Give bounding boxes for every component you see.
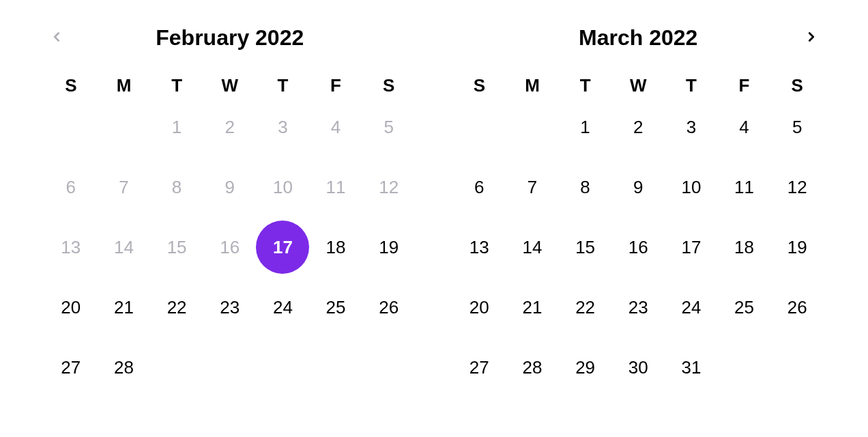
weekday-label: W [611, 75, 665, 96]
day-cell[interactable]: 9 [611, 170, 665, 204]
day-cell: 2 [203, 110, 257, 144]
day-cell: 1 [150, 110, 203, 144]
weekday-label: S [362, 75, 416, 96]
day-number: 23 [220, 297, 240, 318]
day-cell[interactable]: 21 [98, 290, 151, 324]
weekday-label: T [257, 75, 310, 96]
day-number: 18 [734, 237, 754, 258]
day-cell: 3 [257, 110, 310, 144]
day-cell[interactable]: 27 [44, 350, 98, 384]
day-cell[interactable]: 20 [453, 290, 506, 324]
day-number: 6 [66, 177, 76, 198]
day-cell[interactable]: 29 [559, 350, 612, 384]
day-number: 21 [523, 297, 542, 318]
day-cell[interactable]: 27 [453, 350, 506, 384]
day-cell[interactable]: 12 [770, 170, 824, 204]
day-cell[interactable]: 5 [770, 110, 824, 144]
day-cell[interactable]: 2 [611, 110, 665, 144]
day-cell[interactable]: 15 [559, 230, 612, 264]
day-number: 5 [384, 117, 393, 138]
days-grid: 1234567891011121314151617181920212223242… [453, 110, 824, 384]
weekday-label: T [665, 75, 718, 96]
day-number: 22 [575, 297, 595, 318]
day-number: 9 [225, 177, 235, 198]
day-cell[interactable]: 22 [150, 290, 203, 324]
day-cell[interactable]: 7 [506, 170, 559, 204]
day-cell[interactable]: 31 [665, 350, 718, 384]
day-number: 24 [273, 297, 293, 318]
day-cell[interactable]: 20 [44, 290, 98, 324]
prev-month-button[interactable] [43, 24, 70, 51]
day-number: 26 [787, 297, 807, 318]
day-cell[interactable]: 8 [559, 170, 612, 204]
day-cell[interactable]: 24 [665, 290, 718, 324]
day-cell[interactable]: 4 [718, 110, 771, 144]
weekday-label: M [98, 75, 151, 96]
day-number: 14 [523, 237, 542, 258]
day-number: 15 [575, 237, 595, 258]
day-number: 18 [326, 237, 346, 258]
day-cell[interactable]: 17 [257, 230, 310, 264]
day-cell[interactable]: 28 [506, 350, 559, 384]
day-cell[interactable]: 11 [718, 170, 771, 204]
month-header: March 2022 [453, 20, 824, 55]
day-cell[interactable]: 26 [362, 290, 416, 324]
day-cell: 5 [362, 110, 416, 144]
day-cell[interactable]: 16 [611, 230, 665, 264]
day-cell[interactable]: 19 [770, 230, 824, 264]
day-number: 9 [633, 177, 643, 198]
weekday-label: W [203, 75, 257, 96]
day-cell: 4 [309, 110, 362, 144]
weekday-row: S M T W T F S [44, 75, 416, 96]
day-number: 20 [61, 297, 81, 318]
day-cell[interactable]: 3 [665, 110, 718, 144]
day-number: 2 [633, 117, 643, 138]
day-number: 4 [739, 117, 749, 138]
day-number: 8 [172, 177, 182, 198]
weekday-label: M [506, 75, 559, 96]
day-cell: 9 [203, 170, 257, 204]
day-number: 28 [523, 357, 542, 378]
weekday-label: S [44, 75, 98, 96]
day-cell[interactable]: 1 [559, 110, 612, 144]
month-title: February 2022 [156, 25, 304, 51]
day-cell[interactable]: 18 [718, 230, 771, 264]
day-cell[interactable]: 26 [770, 290, 824, 324]
day-cell[interactable]: 6 [453, 170, 506, 204]
day-number: 6 [474, 177, 484, 198]
day-number: 1 [580, 117, 590, 138]
day-cell[interactable]: 18 [309, 230, 362, 264]
day-number: 11 [326, 177, 346, 198]
day-cell: 16 [203, 230, 257, 264]
day-cell[interactable]: 25 [718, 290, 771, 324]
day-cell[interactable]: 25 [309, 290, 362, 324]
day-number: 15 [167, 237, 187, 258]
next-month-button[interactable] [798, 24, 825, 51]
day-cell[interactable]: 28 [98, 350, 151, 384]
month-header: February 2022 [44, 20, 416, 55]
day-cell[interactable]: 22 [559, 290, 612, 324]
day-cell: 7 [98, 170, 151, 204]
day-cell: 10 [257, 170, 310, 204]
day-number: 19 [379, 237, 399, 258]
day-number: 12 [787, 177, 807, 198]
day-cell[interactable]: 23 [611, 290, 665, 324]
day-cell[interactable]: 13 [453, 230, 506, 264]
day-number: 1 [172, 117, 182, 138]
day-cell: 15 [150, 230, 203, 264]
day-cell[interactable]: 21 [506, 290, 559, 324]
day-number: 28 [114, 357, 134, 378]
day-cell[interactable]: 24 [257, 290, 310, 324]
day-number: 24 [681, 297, 701, 318]
day-number: 10 [273, 177, 293, 198]
day-cell[interactable]: 10 [665, 170, 718, 204]
day-cell[interactable]: 23 [203, 290, 257, 324]
day-cell[interactable]: 30 [611, 350, 665, 384]
day-cell-empty [98, 110, 151, 144]
day-cell[interactable]: 17 [665, 230, 718, 264]
day-number: 17 [681, 237, 701, 258]
day-cell[interactable]: 14 [506, 230, 559, 264]
day-cell[interactable]: 19 [362, 230, 416, 264]
weekday-label: F [718, 75, 771, 96]
weekday-label: T [150, 75, 203, 96]
